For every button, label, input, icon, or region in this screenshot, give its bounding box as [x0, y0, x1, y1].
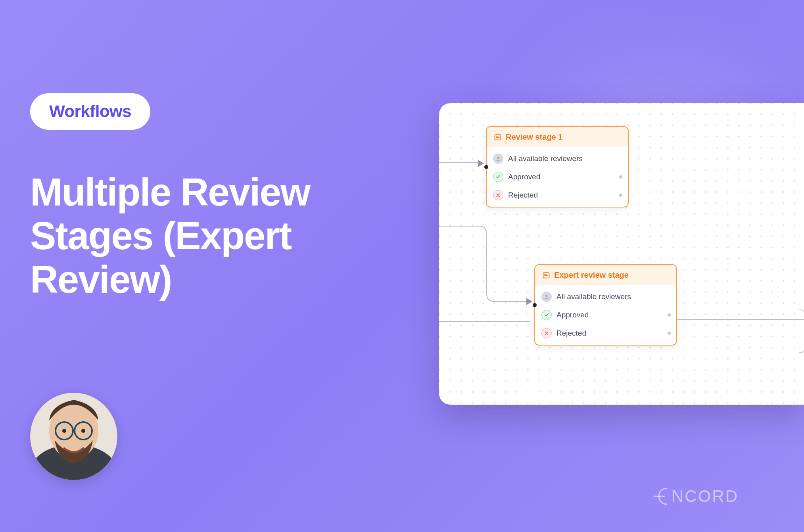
author-avatar: [30, 393, 117, 480]
approved-label: Approved: [556, 311, 589, 319]
workflow-node-expert-review[interactable]: Expert review stage All available review…: [534, 264, 677, 346]
workflow-canvas: Review stage 1 All available reviewers A…: [439, 103, 804, 405]
rejected-label: Rejected: [508, 191, 538, 200]
node-row-rejected[interactable]: Rejected: [487, 186, 628, 204]
x-circle-icon: [541, 328, 552, 338]
output-port-icon[interactable]: [668, 332, 671, 335]
rejected-label: Rejected: [556, 329, 586, 338]
output-port-icon[interactable]: [668, 313, 671, 317]
svg-text:NCORD: NCORD: [672, 487, 739, 505]
x-circle-icon: [493, 190, 503, 200]
svg-point-9: [497, 157, 499, 159]
check-circle-icon: [541, 310, 552, 320]
reviewers-label: All available reviewers: [508, 154, 583, 163]
approved-label: Approved: [508, 173, 540, 181]
node-row-reviewers[interactable]: All available reviewers: [535, 288, 676, 306]
node-title: Review stage 1: [506, 133, 562, 142]
edge-bracket-icon: [799, 309, 804, 353]
node-row-rejected[interactable]: Rejected: [535, 324, 676, 342]
node-header: Expert review stage: [535, 265, 676, 285]
users-icon: [493, 154, 503, 164]
node-row-reviewers[interactable]: All available reviewers: [487, 150, 628, 168]
brand-logo: NCORD: [652, 484, 771, 509]
node-body: All available reviewers Approved Rejecte…: [535, 285, 676, 345]
node-row-approved[interactable]: Approved: [535, 306, 676, 324]
node-body: All available reviewers Approved Rejecte…: [487, 147, 628, 207]
node-row-approved[interactable]: Approved: [487, 168, 628, 186]
workflow-node-review-stage-1[interactable]: Review stage 1 All available reviewers A…: [486, 126, 629, 207]
output-port-icon[interactable]: [619, 194, 622, 197]
category-chip: Workflows: [30, 93, 150, 130]
review-stage-icon: [494, 133, 502, 141]
svg-point-7: [81, 429, 85, 433]
page-title: Multiple Review Stages (Expert Review): [30, 171, 411, 301]
reviewers-label: All available reviewers: [556, 292, 631, 301]
check-circle-icon: [493, 172, 503, 182]
node-title: Expert review stage: [554, 271, 629, 280]
svg-point-11: [546, 295, 548, 297]
users-icon: [541, 292, 552, 302]
svg-point-6: [62, 429, 66, 433]
output-port-icon[interactable]: [619, 175, 622, 179]
category-chip-label: Workflows: [49, 102, 131, 121]
review-stage-icon: [542, 271, 550, 279]
node-header: Review stage 1: [487, 127, 628, 147]
